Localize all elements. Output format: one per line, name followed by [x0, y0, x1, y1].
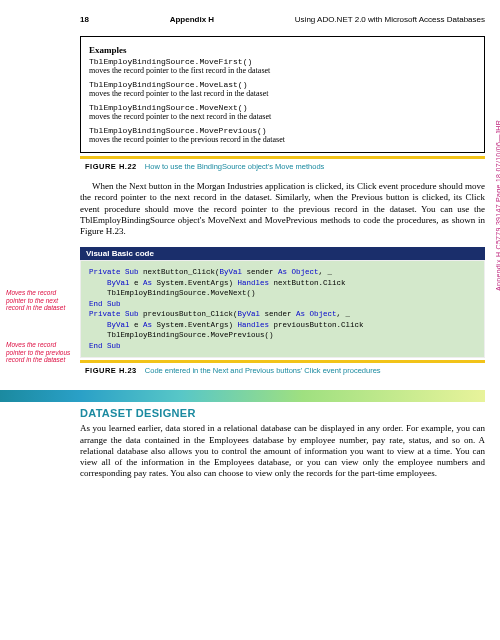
example-code: TblEmployBindingSource.MoveFirst() — [89, 57, 476, 66]
body-paragraph-1: When the Next button in the Morgan Indus… — [80, 181, 485, 237]
header-title: Using ADO.NET 2.0 with Microsoft Access … — [295, 15, 485, 24]
imprint-sidebar: Appendix H C5779 39147 Page 18 07/10/06—… — [495, 120, 500, 291]
page-header: 18 Appendix H Using ADO.NET 2.0 with Mic… — [80, 15, 485, 24]
example-code: TblEmployBindingSource.MoveLast() — [89, 80, 476, 89]
example-desc: moves the record pointer to the next rec… — [89, 112, 476, 121]
section-title-dataset-designer: DATASET DESIGNER — [80, 407, 485, 419]
example-desc: moves the record pointer to the previous… — [89, 135, 476, 144]
code-listing: Moves the record pointer to the next rec… — [80, 260, 485, 358]
figure-text: Code entered in the Next and Previous bu… — [145, 366, 381, 375]
divider-yellow — [80, 360, 485, 363]
divider-yellow — [80, 156, 485, 159]
annotation-next: Moves the record pointer to the next rec… — [6, 289, 81, 311]
figure-label: FIGURE H.22 — [85, 162, 137, 171]
figure-label: FIGURE H.23 — [85, 366, 137, 375]
vb-code-header: Visual Basic code — [80, 247, 485, 260]
appendix-label: Appendix H — [170, 15, 214, 24]
example-desc: moves the record pointer to the last rec… — [89, 89, 476, 98]
example-desc: moves the record pointer to the first re… — [89, 66, 476, 75]
body-paragraph-2: As you learned earlier, data stored in a… — [80, 423, 485, 479]
section-divider-bar — [80, 390, 485, 402]
examples-heading: Examples — [89, 45, 476, 55]
example-code: TblEmployBindingSource.MovePrevious() — [89, 126, 476, 135]
page-number: 18 — [80, 15, 89, 24]
annotation-previous: Moves the record pointer to the previous… — [6, 341, 81, 363]
example-code: TblEmployBindingSource.MoveNext() — [89, 103, 476, 112]
figure-caption-h22: FIGURE H.22 How to use the BindingSource… — [80, 162, 485, 171]
figure-text: How to use the BindingSource object's Mo… — [145, 162, 324, 171]
figure-caption-h23: FIGURE H.23 Code entered in the Next and… — [80, 366, 485, 375]
examples-box: Examples TblEmployBindingSource.MoveFirs… — [80, 36, 485, 153]
